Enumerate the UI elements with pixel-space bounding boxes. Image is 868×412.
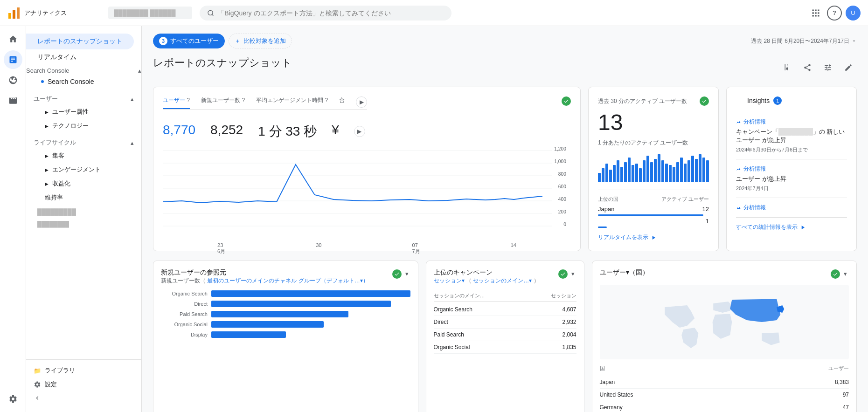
country-row-germany-table[interactable]: Germany 47 xyxy=(600,401,849,412)
insight-date-2: 2024年7月4日 xyxy=(736,185,847,192)
global-search[interactable] xyxy=(200,6,451,21)
japan-bar xyxy=(598,214,703,216)
arrow-right-icon xyxy=(650,234,657,241)
metric-sum-next-button[interactable]: ▶ xyxy=(354,126,365,137)
analysis-label-2: 分析情報 xyxy=(743,165,766,173)
nav-retention[interactable]: 維持率 xyxy=(26,191,141,205)
analysis-link-2[interactable]: 分析情報 xyxy=(736,165,847,173)
users-value: 8,770 xyxy=(163,123,195,137)
country-row-us-label: United States xyxy=(600,391,633,398)
nav-engagement-label: エンゲージメント xyxy=(52,165,101,174)
show-realtime-link[interactable]: リアルタイムを表示 xyxy=(598,233,709,241)
date-range[interactable]: 過去 28 日間 6月20日〜2024年7月17日 xyxy=(751,37,857,45)
edit-button[interactable] xyxy=(840,59,857,76)
user-section-header[interactable]: ユーザー ▴ xyxy=(26,89,141,105)
avatar[interactable]: U xyxy=(846,6,861,21)
tab-sum[interactable]: 合 xyxy=(339,96,345,109)
nav-realtime[interactable]: リアルタイム xyxy=(26,49,134,65)
campaigns-menu-button[interactable]: ▾ xyxy=(569,268,576,279)
campaigns-row-2[interactable]: Direct 2,932 xyxy=(434,316,576,329)
new-users-bar-chart: Organic Search Direct Paid Search Organi… xyxy=(161,290,410,338)
realtime-divider xyxy=(598,190,709,190)
show-all-insights-link[interactable]: すべての統計情報を表示 xyxy=(736,223,847,231)
nav-explore-icon[interactable] xyxy=(4,71,22,89)
nav-technology[interactable]: ▶ テクノロジー xyxy=(26,119,141,133)
search-console-section-header[interactable]: Search Console ▴ xyxy=(26,65,141,74)
nav-home-icon[interactable] xyxy=(4,30,22,48)
property-selector[interactable]: ████████ ██████ xyxy=(108,7,192,19)
svg-text:200: 200 xyxy=(558,209,566,214)
tab-new-users[interactable]: 新規ユーザー数 ? xyxy=(201,96,245,109)
tab-engagement[interactable]: 平均エンゲージメント時間 ? xyxy=(256,96,328,109)
realtime-value: 13 xyxy=(598,110,709,135)
nav-settings-icon[interactable] xyxy=(4,390,22,408)
users-country-table: 国 ユーザー Japan 8,383 United States 97 Germ… xyxy=(600,363,849,412)
help-icon-engagement[interactable]: ? xyxy=(325,97,328,103)
metric-values-row: 8,770 8,252 1 分 33 秒 ¥ ▶ xyxy=(163,123,571,140)
campaigns-row-3[interactable]: Paid Search 2,004 xyxy=(434,329,576,341)
share-button[interactable] xyxy=(799,59,816,76)
nav-library[interactable]: 📁 ライブラリ xyxy=(34,364,134,378)
campaigns-row-1-label: Organic Search xyxy=(434,306,472,313)
metric-next-button[interactable]: ▶ xyxy=(356,96,367,108)
search-input[interactable] xyxy=(218,9,444,17)
bar-label-organic-social: Organic Social xyxy=(161,322,208,327)
mini-bar-27 xyxy=(699,154,701,182)
nav-technology-label: テクノロジー xyxy=(52,122,89,130)
nav-user-attribute[interactable]: ▶ ユーザー属性 xyxy=(26,105,141,119)
chart-x-labels: 236月 30 077月 14 xyxy=(163,242,571,255)
campaigns-status xyxy=(558,269,568,279)
help-button[interactable]: ? xyxy=(827,6,842,21)
nav-reports-icon[interactable] xyxy=(4,50,22,69)
campaigns-row-3-label: Paid Search xyxy=(434,331,464,338)
tab-engagement-label: 平均エンゲージメント時間 xyxy=(256,97,323,103)
nav-report-snapshot[interactable]: レポートのスナップショット xyxy=(26,34,134,49)
apps-grid-button[interactable] xyxy=(808,6,823,21)
search-console-item[interactable]: Search Console xyxy=(26,74,141,89)
users-country-menu-button[interactable]: ▾ xyxy=(842,268,849,279)
nav-acquisition[interactable]: ▶ 集客 xyxy=(26,149,141,163)
main-content: 3 すべてのユーザー ＋ 比較対象を追加 過去 28 日間 6月20日〜2024… xyxy=(142,26,868,412)
svg-text:0: 0 xyxy=(563,222,566,227)
all-users-chip[interactable]: 3 すべてのユーザー xyxy=(153,34,225,48)
compare-view-button[interactable] xyxy=(778,59,795,76)
header-right: ? U xyxy=(808,6,861,21)
country-row-japan: Japan 12 xyxy=(598,205,709,216)
new-users-menu-button[interactable]: ▾ xyxy=(403,268,410,279)
campaigns-row-4[interactable]: Organic Social 1,835 xyxy=(434,341,576,354)
mini-bar-0 xyxy=(598,173,601,182)
nav-monetization[interactable]: ▶ 収益化 xyxy=(26,177,141,191)
svg-rect-0 xyxy=(8,13,11,19)
sparkline-icon xyxy=(736,97,743,104)
lifecycle-chevron-icon: ▴ xyxy=(131,139,134,146)
mini-bar-21 xyxy=(676,162,679,182)
realtime-mini-chart xyxy=(598,154,709,182)
search-console-item-label: Search Console xyxy=(48,78,94,85)
customize-button[interactable] xyxy=(819,59,836,76)
nav-settings-bottom[interactable]: 設定 xyxy=(34,378,134,391)
nav-settings-label: 設定 xyxy=(45,380,57,389)
nav-collapse[interactable] xyxy=(34,391,134,405)
help-icon-users[interactable]: ? xyxy=(187,97,190,103)
add-comparison-chip[interactable]: ＋ 比較対象を追加 xyxy=(229,34,292,48)
insights-badge: 1 xyxy=(773,96,782,105)
users-country-table-header: 国 ユーザー xyxy=(600,363,849,374)
tab-users[interactable]: ユーザー ? xyxy=(163,96,190,109)
help-icon-new-users[interactable]: ? xyxy=(242,97,245,103)
svg-rect-6 xyxy=(815,9,816,11)
lifecycle-section-header[interactable]: ライフサイクル ▴ xyxy=(26,133,141,149)
users-country-card-header: ユーザー▾（国） ▾ xyxy=(600,268,849,279)
nav-engagement[interactable]: ▶ エンゲージメント xyxy=(26,163,141,177)
x-label-2: 30 xyxy=(316,242,321,255)
campaigns-row-4-label: Organic Social xyxy=(434,344,470,350)
country-row-japan-table[interactable]: Japan 8,383 xyxy=(600,376,849,389)
nav-advertising-icon[interactable] xyxy=(4,91,22,110)
country-row-us-table[interactable]: United States 97 xyxy=(600,389,849,401)
campaigns-row-1[interactable]: Organic Search 4,607 xyxy=(434,303,576,316)
tab-new-users-label: 新規ユーザー数 xyxy=(201,97,240,103)
analytics-logo-icon xyxy=(7,7,21,20)
campaigns-row-1-value: 4,607 xyxy=(562,306,576,313)
users-country-check-icon xyxy=(833,271,838,277)
analysis-link-3[interactable]: 分析情報 xyxy=(736,204,847,212)
analysis-link-1[interactable]: 分析情報 xyxy=(736,118,847,126)
